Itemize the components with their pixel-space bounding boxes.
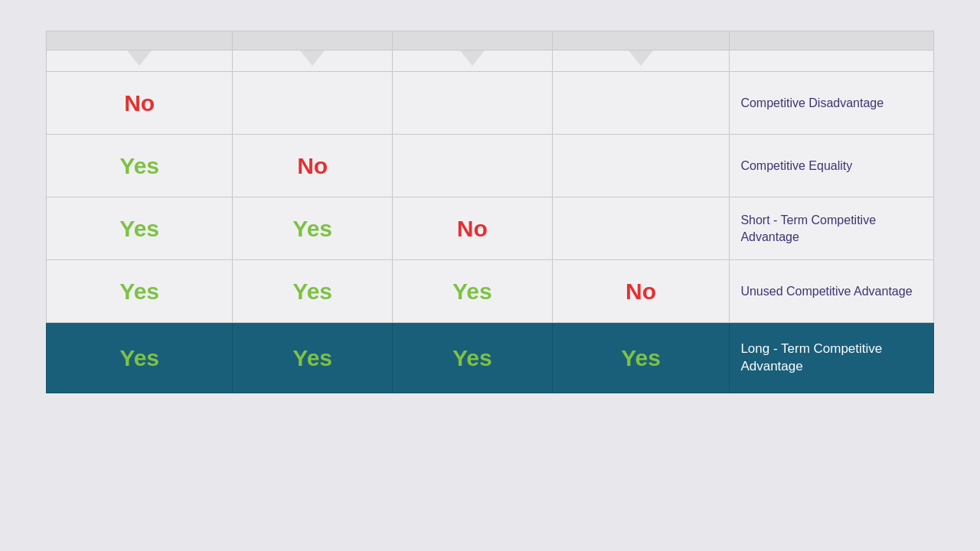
no-cell: No	[47, 72, 233, 135]
table-row: YesNoCompetitive Equality	[47, 135, 934, 197]
yes-cell: Yes	[47, 135, 233, 197]
arrow-3	[392, 51, 552, 72]
header-row	[47, 31, 934, 51]
table-row: YesYesYesYesLong - Term Competitive Adva…	[47, 323, 934, 393]
header-hard-imitate	[392, 31, 552, 51]
yes-cell: Yes	[392, 323, 552, 393]
yes-cell: Yes	[233, 197, 393, 260]
vrio-table: NoCompetitive DisadvantageYesNoCompetiti…	[46, 31, 934, 393]
empty-cell	[552, 135, 730, 197]
table-row: YesYesNoShort - Term Competitive Advanta…	[47, 197, 934, 260]
header-rare	[233, 31, 393, 51]
table-row: NoCompetitive Disadvantage	[47, 72, 934, 135]
header-result	[730, 31, 934, 51]
yes-cell: Yes	[233, 323, 393, 393]
arrow-2	[233, 51, 393, 72]
yes-cell: Yes	[552, 323, 730, 393]
yes-cell: Yes	[233, 260, 393, 323]
arrow-row	[47, 51, 934, 72]
yes-cell: Yes	[47, 197, 233, 260]
empty-cell	[233, 72, 393, 135]
arrow-5-empty	[730, 51, 934, 72]
result-cell: Competitive Equality	[730, 135, 934, 197]
no-cell: No	[233, 135, 393, 197]
result-cell: Unused Competitive Advantage	[730, 260, 934, 323]
result-cell: Long - Term Competitive Advantage	[730, 323, 934, 393]
arrow-4	[552, 51, 730, 72]
no-cell: No	[392, 197, 552, 260]
yes-cell: Yes	[47, 260, 233, 323]
empty-cell	[552, 72, 730, 135]
header-organized	[552, 31, 730, 51]
yes-cell: Yes	[392, 260, 552, 323]
result-cell: Competitive Disadvantage	[730, 72, 934, 135]
empty-cell	[392, 135, 552, 197]
yes-cell: Yes	[47, 323, 233, 393]
table-row: YesYesYesNoUnused Competitive Advantage	[47, 260, 934, 323]
arrow-1	[47, 51, 233, 72]
no-cell: No	[552, 260, 730, 323]
empty-cell	[392, 72, 552, 135]
header-valuable	[47, 31, 233, 51]
empty-cell	[552, 197, 730, 260]
result-cell: Short - Term Competitive Advantage	[730, 197, 934, 260]
vrio-table-wrapper: NoCompetitive DisadvantageYesNoCompetiti…	[46, 31, 934, 393]
